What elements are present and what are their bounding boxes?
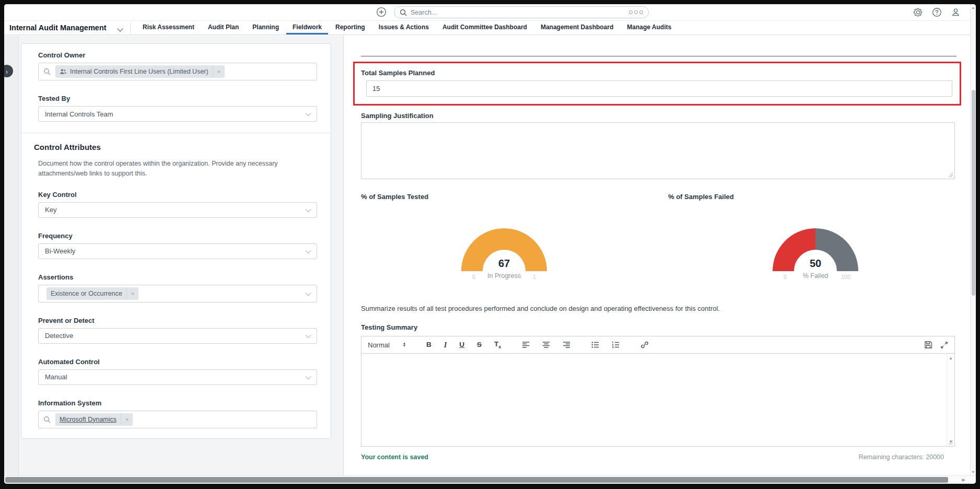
samples-failed-gauge: 50 % Failed 0 100 <box>773 228 858 287</box>
app-title[interactable]: Internal Audit Management <box>9 21 107 34</box>
ordered-list-button[interactable] <box>612 341 620 348</box>
app-window: Search... Internal Audit Management Risk… <box>4 4 976 484</box>
vertical-scrollbar[interactable]: ▲ ▼ <box>970 4 976 475</box>
clear-formatting-button[interactable]: Tx <box>494 341 501 350</box>
bullet-list-button[interactable] <box>591 341 599 348</box>
scrollbar-thumb[interactable] <box>972 90 975 296</box>
selected-value: Manual <box>45 373 67 381</box>
chevron-down-icon <box>305 373 311 379</box>
main-content: › Control Owner Internal Controls First … <box>4 36 976 475</box>
format-arrows-icon: ▴▾ <box>403 342 405 347</box>
gauge-min-tick: 0 <box>776 274 794 280</box>
help-button[interactable] <box>932 7 942 17</box>
frequency-select[interactable]: Bi-Weekly <box>38 243 317 259</box>
tab-fieldwork[interactable]: Fieldwork <box>286 21 328 34</box>
tab-planning[interactable]: Planning <box>246 21 285 34</box>
nav-divider <box>130 22 131 33</box>
add-button[interactable] <box>376 7 387 17</box>
account-button[interactable] <box>951 7 961 17</box>
horizontal-scrollbar[interactable]: ▶ <box>4 475 976 484</box>
samples-tested-label: % of Samples Tested <box>361 193 428 201</box>
tag-link-label[interactable]: Microsoft Dynamics <box>60 416 116 423</box>
section-description: Document how the control operates within… <box>38 159 286 179</box>
total-samples-input[interactable]: 15 <box>366 80 952 97</box>
remove-tag-icon[interactable]: × <box>213 65 225 78</box>
settings-button[interactable] <box>913 7 923 17</box>
control-owner-input[interactable]: Internal Controls First Line Users (Limi… <box>38 63 317 80</box>
align-center-button[interactable] <box>542 341 550 348</box>
editor-toolbar: Normal ▴▾ B I U S Tx <box>361 336 955 354</box>
underline-button[interactable]: U <box>459 341 464 348</box>
selected-value: Detective <box>45 332 73 340</box>
samples-failed-label: % of Samples Failed <box>668 193 734 201</box>
section-divider <box>21 133 331 133</box>
gauge-max-tick: 100 <box>837 274 855 280</box>
sampling-justification-textarea[interactable] <box>361 122 955 179</box>
testing-panel: Total Samples Planned 15 Sampling Justif… <box>343 36 970 475</box>
tab-audit-plan[interactable]: Audit Plan <box>202 21 245 34</box>
tab-risk-assessment[interactable]: Risk Assessment <box>136 21 201 34</box>
expand-editor-button[interactable] <box>940 341 948 349</box>
help-icon <box>932 7 942 17</box>
italic-button[interactable]: I <box>444 341 447 349</box>
tab-manage-audits[interactable]: Manage Audits <box>621 21 678 34</box>
tab-issues-actions[interactable]: Issues & Actions <box>372 21 435 34</box>
nav-bar: Internal Audit Management Risk Assessmen… <box>4 20 970 35</box>
tab-reporting[interactable]: Reporting <box>329 21 371 34</box>
editor-content[interactable]: ▲ ▼ <box>361 354 955 447</box>
assertions-select[interactable]: Existence or Occurrence × <box>38 285 317 302</box>
selected-value: Bi-Weekly <box>45 247 75 255</box>
scroll-down-icon[interactable]: ▼ <box>971 470 976 474</box>
scrollbar-thumb[interactable] <box>5 477 948 483</box>
information-system-tag: Microsoft Dynamics × <box>55 413 133 426</box>
search-icon <box>43 416 51 423</box>
global-search[interactable]: Search... <box>394 6 649 18</box>
remove-tag-icon[interactable]: × <box>121 413 133 426</box>
format-picker[interactable]: Normal ▴▾ <box>368 341 405 349</box>
link-button[interactable] <box>640 341 649 349</box>
tab-management-dashboard[interactable]: Management Dashboard <box>534 21 620 34</box>
key-control-select[interactable]: Key <box>38 202 317 218</box>
prevent-or-detect-select[interactable]: Detective <box>38 328 317 344</box>
strikethrough-button[interactable]: S <box>477 341 482 348</box>
selected-value: Internal Controls Team <box>45 110 113 118</box>
remove-tag-icon[interactable]: × <box>126 287 138 300</box>
gear-icon <box>913 7 923 17</box>
information-system-input[interactable]: Microsoft Dynamics × <box>38 411 317 428</box>
tab-audit-committee-dashboard[interactable]: Audit Committee Dashboard <box>436 21 533 34</box>
scroll-up-icon[interactable]: ▲ <box>971 6 976 9</box>
resize-handle[interactable] <box>948 172 953 178</box>
bold-button[interactable]: B <box>426 341 431 348</box>
gauge-value: 50 <box>773 258 858 270</box>
chevron-down-icon <box>305 332 311 337</box>
assertions-label: Assertions <box>38 273 317 281</box>
collapsed-side-rail <box>4 36 19 475</box>
tag-label: Existence or Occurrence <box>51 290 122 297</box>
prevent-or-detect-label: Prevent or Detect <box>38 317 317 324</box>
control-owner-tag: Internal Controls First Line Users (Limi… <box>55 65 225 78</box>
save-status: Your content is saved <box>361 453 428 461</box>
group-icon <box>60 68 67 75</box>
automated-control-select[interactable]: Manual <box>38 369 317 385</box>
align-left-button[interactable] <box>522 341 530 348</box>
scroll-up-icon[interactable]: ▲ <box>947 356 954 360</box>
save-content-button[interactable] <box>924 341 932 349</box>
automated-control-label: Automated Control <box>38 358 317 366</box>
tag-label: Internal Controls First Line Users (Limi… <box>70 68 208 75</box>
tested-by-select[interactable]: Internal Controls Team <box>38 106 317 122</box>
chevron-down-icon <box>305 247 311 253</box>
gauge-min-tick: 0 <box>465 274 483 280</box>
chevron-down-icon[interactable] <box>117 26 123 31</box>
gauge-max-tick: 1 <box>526 274 543 280</box>
plus-icon <box>376 7 387 17</box>
chevron-down-icon <box>305 289 311 295</box>
editor-scrollbar[interactable]: ▲ ▼ <box>947 354 954 446</box>
section-title: Control Attributes <box>34 143 318 152</box>
sampling-justification-label: Sampling Justification <box>361 112 434 120</box>
resize-handle[interactable] <box>948 440 953 445</box>
more-options-icon[interactable] <box>629 10 643 14</box>
align-right-button[interactable] <box>563 341 570 348</box>
scroll-right-icon[interactable]: ▶ <box>962 478 965 482</box>
selected-value: Key <box>45 206 56 214</box>
control-owner-label: Control Owner <box>38 51 317 59</box>
